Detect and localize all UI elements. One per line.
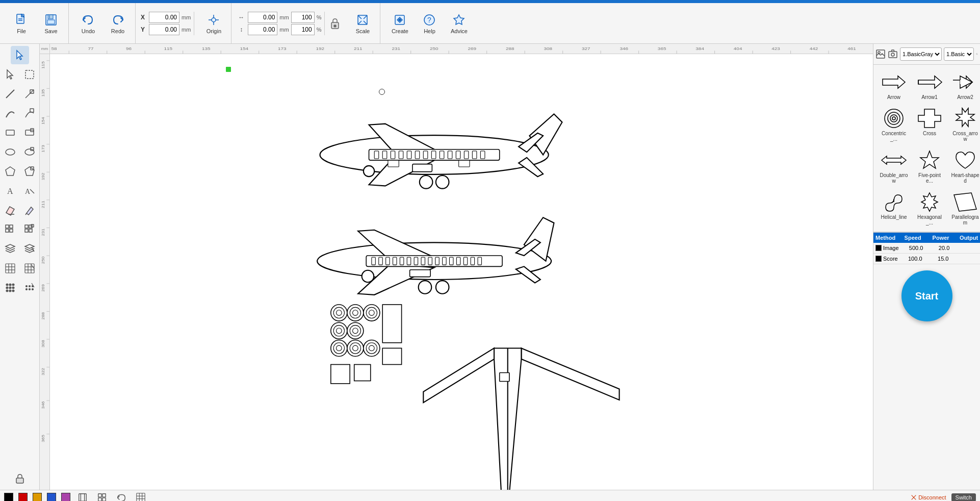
- layers-angle-tool[interactable]: [20, 240, 39, 258]
- svg-point-220: [369, 345, 375, 351]
- svg-text:154: 154: [240, 46, 248, 51]
- shape-concentric[interactable]: Concentric_...: [878, 105, 910, 144]
- type-dropdown[interactable]: 1.Basic: [944, 47, 974, 61]
- shape-double-arrow[interactable]: Double_arrow: [878, 147, 910, 186]
- switch-button[interactable]: Switch: [951, 493, 976, 502]
- origin-button[interactable]: Origin: [199, 7, 228, 40]
- camera-view-button[interactable]: [888, 46, 898, 62]
- line-tool[interactable]: [1, 85, 19, 103]
- eraser-tool[interactable]: [1, 201, 19, 219]
- svg-rect-231: [889, 52, 897, 58]
- frame-button[interactable]: [75, 491, 90, 502]
- color-black[interactable]: [4, 493, 13, 502]
- shape-cross-arrow[interactable]: Cross_arrow: [949, 105, 980, 144]
- ellipse-tool[interactable]: [1, 143, 19, 161]
- svg-rect-157: [391, 151, 395, 159]
- array-tool[interactable]: [1, 220, 19, 239]
- svg-point-237: [888, 112, 900, 124]
- svg-point-31: [6, 149, 15, 155]
- grid-button[interactable]: [95, 491, 109, 502]
- dots-angle-tool[interactable]: [20, 279, 39, 297]
- file-group: File Save: [4, 3, 69, 43]
- shape-heart[interactable]: Heart-shaped: [949, 147, 980, 186]
- svg-rect-178: [379, 257, 382, 265]
- shape-hexagonal-star[interactable]: Hexagonal_...: [913, 189, 946, 228]
- undo-small-button[interactable]: [114, 491, 128, 502]
- region-select-tool[interactable]: [20, 65, 39, 84]
- table-angle-tool[interactable]: [20, 259, 39, 278]
- shape-parallelogram[interactable]: Parallelogram: [949, 189, 980, 228]
- y-input[interactable]: [149, 24, 179, 35]
- start-button[interactable]: Start: [901, 270, 952, 321]
- svg-point-75: [25, 289, 27, 290]
- x-input[interactable]: [149, 12, 179, 23]
- svg-text:288: 288: [506, 46, 514, 51]
- svg-line-41: [25, 213, 27, 215]
- select-arrow-tool[interactable]: [1, 65, 19, 84]
- curve-tool[interactable]: [1, 104, 19, 122]
- svg-text:365: 365: [41, 435, 45, 442]
- color-purple[interactable]: [61, 493, 70, 502]
- advice-button[interactable]: Advice: [445, 7, 473, 40]
- text-angle-tool[interactable]: A: [20, 182, 39, 200]
- color-red[interactable]: [18, 493, 28, 502]
- rect-copy-tool[interactable]: [20, 123, 39, 142]
- undo-redo-group: Undo Redo: [71, 3, 136, 43]
- curve-copy-tool[interactable]: [20, 104, 39, 122]
- svg-point-208: [336, 328, 342, 334]
- search-button[interactable]: [976, 47, 978, 61]
- shape-cross[interactable]: Cross: [913, 105, 946, 144]
- polygon-pair: [1, 162, 39, 181]
- shape-arrow[interactable]: Arrow: [878, 69, 910, 102]
- w-pct-input[interactable]: [291, 12, 315, 23]
- layers-tool[interactable]: [1, 240, 19, 258]
- rect-tool[interactable]: [1, 123, 19, 142]
- category-dropdown[interactable]: 1.BasicGray: [900, 47, 942, 61]
- line-copy-tool[interactable]: [20, 85, 39, 103]
- color-orange[interactable]: [33, 493, 42, 502]
- table-tool[interactable]: [1, 259, 19, 278]
- polygon-copy-tool[interactable]: [20, 162, 39, 181]
- color-blue[interactable]: [47, 493, 56, 502]
- shape-arrow1[interactable]: Arrow1: [913, 69, 946, 102]
- svg-text:192: 192: [41, 172, 45, 180]
- text-tool[interactable]: A: [1, 182, 19, 200]
- shape-helical[interactable]: Helical_line: [878, 189, 910, 228]
- help-button[interactable]: ? Help: [415, 7, 444, 40]
- lock-tool[interactable]: [11, 469, 29, 488]
- undo-button[interactable]: Undo: [74, 7, 102, 40]
- h-pct-input[interactable]: [291, 24, 315, 35]
- svg-rect-183: [414, 257, 418, 265]
- canvas-area[interactable]: mm 58 77 96 115 135 154 173 192: [40, 44, 873, 490]
- shape-five-pointed-star[interactable]: Five-pointe...: [913, 147, 946, 186]
- pen-tool[interactable]: [20, 201, 39, 219]
- image-color-swatch[interactable]: [875, 245, 882, 251]
- create-button[interactable]: Create: [385, 7, 414, 40]
- array-copy-tool[interactable]: [20, 220, 39, 239]
- shape-arrow2[interactable]: Arrow2: [949, 69, 980, 102]
- lock-button[interactable]: [327, 11, 343, 36]
- image-view-button[interactable]: [875, 46, 886, 62]
- score-color-swatch[interactable]: [875, 256, 882, 262]
- canvas-svg[interactable]: [50, 54, 873, 490]
- shape-label-hexagonal: Hexagonal_...: [915, 214, 944, 226]
- disconnect-button[interactable]: Disconnect: [911, 494, 946, 500]
- file-button[interactable]: File: [7, 7, 36, 40]
- redo-button[interactable]: Redo: [104, 7, 132, 40]
- svg-rect-52: [6, 264, 15, 273]
- eraser-pair: [1, 201, 39, 219]
- select-tool[interactable]: [11, 46, 29, 64]
- ellipse-copy-tool[interactable]: [20, 143, 39, 161]
- save-button[interactable]: Save: [37, 7, 65, 40]
- table-small-button[interactable]: [134, 491, 148, 502]
- scale-button[interactable]: Scale: [348, 7, 377, 40]
- canvas-content[interactable]: [50, 54, 873, 490]
- svg-point-67: [9, 287, 11, 289]
- width-input[interactable]: [248, 12, 277, 23]
- row-score-method: Score: [873, 254, 900, 264]
- polygon-tool[interactable]: [1, 162, 19, 181]
- height-input[interactable]: [248, 24, 277, 35]
- dots-tool[interactable]: [1, 279, 19, 297]
- shape-label-cross: Cross: [923, 131, 936, 136]
- shape-label-heart: Heart-shaped: [951, 172, 979, 184]
